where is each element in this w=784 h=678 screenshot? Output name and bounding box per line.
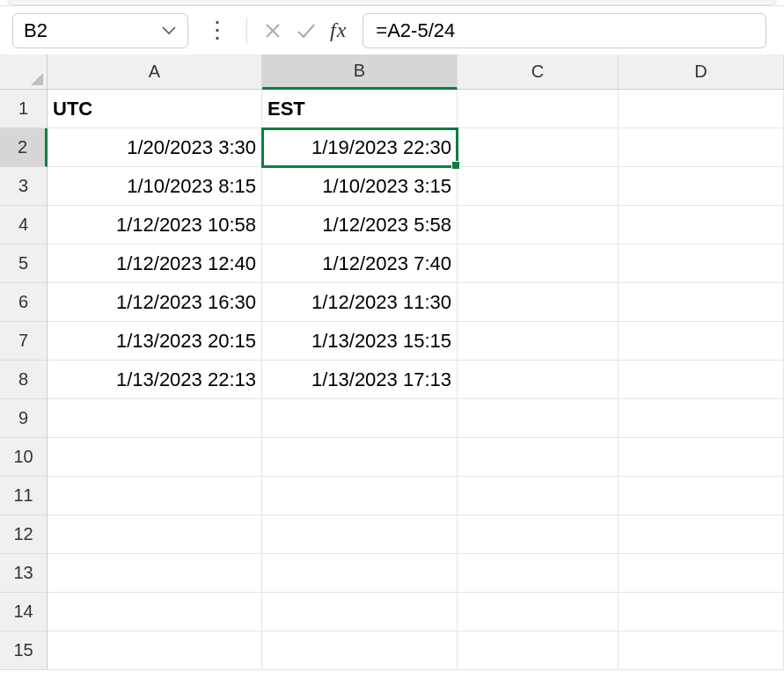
cell-A11[interactable] bbox=[48, 477, 262, 515]
cell-D1[interactable] bbox=[619, 90, 784, 128]
cell-A12[interactable] bbox=[48, 515, 262, 554]
cell-B12[interactable] bbox=[262, 515, 458, 554]
cell-B9[interactable] bbox=[262, 399, 458, 438]
cell-A15[interactable] bbox=[48, 631, 262, 670]
divider bbox=[246, 18, 247, 44]
row-header-6[interactable]: 6 bbox=[0, 283, 48, 322]
cell-B3[interactable]: 1/10/2023 3:15 bbox=[262, 167, 458, 206]
cell-A3[interactable]: 1/10/2023 8:15 bbox=[48, 167, 262, 206]
chevron-down-icon bbox=[161, 26, 177, 36]
row-header-8[interactable]: 8 bbox=[0, 361, 48, 399]
cell-D10[interactable] bbox=[619, 438, 784, 477]
cell-B7[interactable]: 1/13/2023 15:15 bbox=[262, 322, 458, 361]
formula-input[interactable]: =A2-5/24 bbox=[363, 13, 766, 48]
cell-C15[interactable] bbox=[458, 631, 619, 670]
cell-B15[interactable] bbox=[262, 631, 458, 670]
cell-C9[interactable] bbox=[458, 399, 619, 438]
col-header-A[interactable]: A bbox=[48, 55, 262, 90]
cell-A10[interactable] bbox=[48, 438, 262, 477]
row-header-15[interactable]: 15 bbox=[0, 631, 48, 670]
row-header-3[interactable]: 3 bbox=[0, 167, 48, 206]
col-header-C[interactable]: C bbox=[458, 55, 619, 90]
cell-C14[interactable] bbox=[458, 593, 619, 631]
row-header-13[interactable]: 13 bbox=[0, 554, 48, 593]
col-header-D[interactable]: D bbox=[619, 55, 784, 90]
cell-D8[interactable] bbox=[619, 361, 784, 399]
row-header-5[interactable]: 5 bbox=[0, 244, 48, 283]
cell-D6[interactable] bbox=[619, 283, 784, 322]
cell-B6[interactable]: 1/12/2023 11:30 bbox=[262, 283, 458, 322]
cell-D5[interactable] bbox=[619, 244, 784, 283]
cell-B10[interactable] bbox=[262, 438, 458, 477]
cell-C6[interactable] bbox=[458, 283, 619, 322]
cell-B14[interactable] bbox=[262, 593, 458, 631]
name-box-value: B2 bbox=[24, 19, 48, 42]
cell-C11[interactable] bbox=[458, 477, 619, 515]
cell-C5[interactable] bbox=[458, 244, 619, 283]
spreadsheet-grid[interactable]: A B C D 1 UTC EST 2 1/20/2023 3:30 1/19/… bbox=[0, 55, 784, 670]
cell-D11[interactable] bbox=[619, 477, 784, 515]
cell-C4[interactable] bbox=[458, 206, 619, 244]
row-header-1[interactable]: 1 bbox=[0, 90, 48, 128]
cell-D13[interactable] bbox=[619, 554, 784, 593]
cell-D15[interactable] bbox=[619, 631, 784, 670]
cell-C10[interactable] bbox=[458, 438, 619, 477]
select-all-corner[interactable] bbox=[0, 55, 48, 90]
cell-B13[interactable] bbox=[262, 554, 458, 593]
cell-D3[interactable] bbox=[619, 167, 784, 206]
row-header-11[interactable]: 11 bbox=[0, 477, 48, 515]
cell-D4[interactable] bbox=[619, 206, 784, 244]
cell-A4[interactable]: 1/12/2023 10:58 bbox=[48, 206, 262, 244]
cancel-formula-button[interactable] bbox=[263, 21, 282, 40]
cell-B2[interactable]: 1/19/2023 22:30 bbox=[262, 128, 458, 167]
cell-B8[interactable]: 1/13/2023 17:13 bbox=[262, 361, 458, 399]
cell-A2[interactable]: 1/20/2023 3:30 bbox=[48, 128, 262, 167]
cell-C3[interactable] bbox=[458, 167, 619, 206]
row-header-10[interactable]: 10 bbox=[0, 438, 48, 477]
row-header-12[interactable]: 12 bbox=[0, 515, 48, 554]
row-header-14[interactable]: 14 bbox=[0, 593, 48, 631]
cell-A9[interactable] bbox=[48, 399, 262, 438]
row-header-9[interactable]: 9 bbox=[0, 399, 48, 438]
cell-B11[interactable] bbox=[262, 477, 458, 515]
cell-C1[interactable] bbox=[458, 90, 619, 128]
enter-formula-button[interactable] bbox=[295, 21, 318, 40]
cell-D2[interactable] bbox=[619, 128, 784, 167]
cell-A8[interactable]: 1/13/2023 22:13 bbox=[48, 361, 262, 399]
cell-C13[interactable] bbox=[458, 554, 619, 593]
cell-C7[interactable] bbox=[458, 322, 619, 361]
cell-A14[interactable] bbox=[48, 593, 262, 631]
formula-bar-row: B2 ⋮ fx =A2-5/24 bbox=[0, 5, 784, 55]
cell-A13[interactable] bbox=[48, 554, 262, 593]
cell-D9[interactable] bbox=[619, 399, 784, 438]
cell-B1[interactable]: EST bbox=[262, 90, 458, 128]
cell-D12[interactable] bbox=[619, 515, 784, 554]
formula-action-buttons: fx bbox=[263, 18, 347, 42]
row-header-7[interactable]: 7 bbox=[0, 322, 48, 361]
cell-A1[interactable]: UTC bbox=[48, 90, 262, 128]
x-icon bbox=[263, 21, 282, 40]
cell-B5[interactable]: 1/12/2023 7:40 bbox=[262, 244, 458, 283]
cell-A5[interactable]: 1/12/2023 12:40 bbox=[48, 244, 262, 283]
name-box[interactable]: B2 bbox=[12, 13, 188, 48]
cell-C2[interactable] bbox=[458, 128, 619, 167]
row-header-2[interactable]: 2 bbox=[0, 128, 48, 167]
cell-C12[interactable] bbox=[458, 515, 619, 554]
cell-A6[interactable]: 1/12/2023 16:30 bbox=[48, 283, 262, 322]
fx-icon[interactable]: fx bbox=[330, 18, 347, 42]
cell-D14[interactable] bbox=[619, 593, 784, 631]
more-icon[interactable]: ⋮ bbox=[204, 17, 231, 44]
cell-B4[interactable]: 1/12/2023 5:58 bbox=[262, 206, 458, 244]
formula-text: =A2-5/24 bbox=[376, 19, 455, 42]
cell-A7[interactable]: 1/13/2023 20:15 bbox=[48, 322, 262, 361]
col-header-B[interactable]: B bbox=[262, 55, 458, 90]
cell-C8[interactable] bbox=[458, 361, 619, 399]
check-icon bbox=[295, 21, 318, 40]
row-header-4[interactable]: 4 bbox=[0, 206, 48, 244]
cell-D7[interactable] bbox=[619, 322, 784, 361]
